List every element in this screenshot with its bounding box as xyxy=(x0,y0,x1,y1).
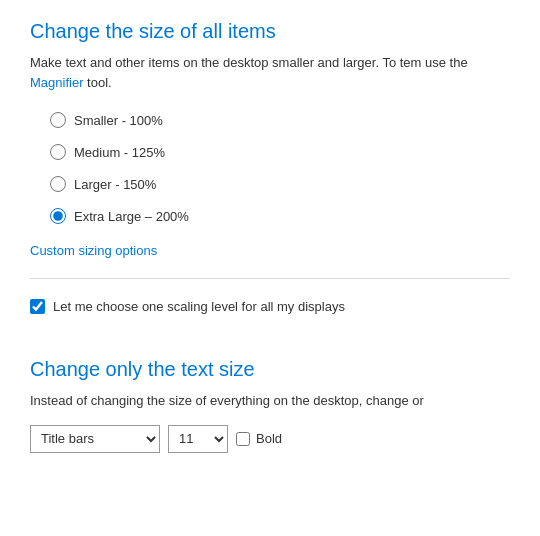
section1-title: Change the size of all items xyxy=(30,20,510,43)
scaling-checkbox-label: Let me choose one scaling level for all … xyxy=(53,299,345,314)
radio-medium-label: Medium - 125% xyxy=(74,145,165,160)
magnifier-link[interactable]: Magnifier xyxy=(30,75,83,90)
radio-larger-label: Larger - 150% xyxy=(74,177,156,192)
radio-medium[interactable] xyxy=(50,144,66,160)
radio-item-extralarge[interactable]: Extra Large – 200% xyxy=(50,208,510,224)
bold-checkbox-row: Bold xyxy=(236,431,282,446)
bold-checkbox[interactable] xyxy=(236,432,250,446)
section2-title: Change only the text size xyxy=(30,358,510,381)
bold-label: Bold xyxy=(256,431,282,446)
radio-smaller-label: Smaller - 100% xyxy=(74,113,163,128)
section1-desc-suffix: tool. xyxy=(83,75,111,90)
section1-desc-text: Make text and other items on the desktop… xyxy=(30,55,468,70)
radio-extralarge-label: Extra Large – 200% xyxy=(74,209,189,224)
font-size-select[interactable]: 6 7 8 9 10 11 12 14 xyxy=(168,425,228,453)
element-type-select[interactable]: Title bars Menus Message boxes Palette t… xyxy=(30,425,160,453)
radio-item-medium[interactable]: Medium - 125% xyxy=(50,144,510,160)
section1-description: Make text and other items on the desktop… xyxy=(30,53,510,92)
radio-extralarge[interactable] xyxy=(50,208,66,224)
scaling-checkbox-row: Let me choose one scaling level for all … xyxy=(30,299,510,334)
scaling-checkbox[interactable] xyxy=(30,299,45,314)
custom-sizing-link[interactable]: Custom sizing options xyxy=(30,243,157,258)
text-size-row: Title bars Menus Message boxes Palette t… xyxy=(30,425,510,453)
section-divider xyxy=(30,278,510,279)
radio-item-larger[interactable]: Larger - 150% xyxy=(50,176,510,192)
radio-smaller[interactable] xyxy=(50,112,66,128)
section2-description: Instead of changing the size of everythi… xyxy=(30,391,510,411)
radio-larger[interactable] xyxy=(50,176,66,192)
radio-item-smaller[interactable]: Smaller - 100% xyxy=(50,112,510,128)
size-radio-group: Smaller - 100% Medium - 125% Larger - 15… xyxy=(30,112,510,224)
